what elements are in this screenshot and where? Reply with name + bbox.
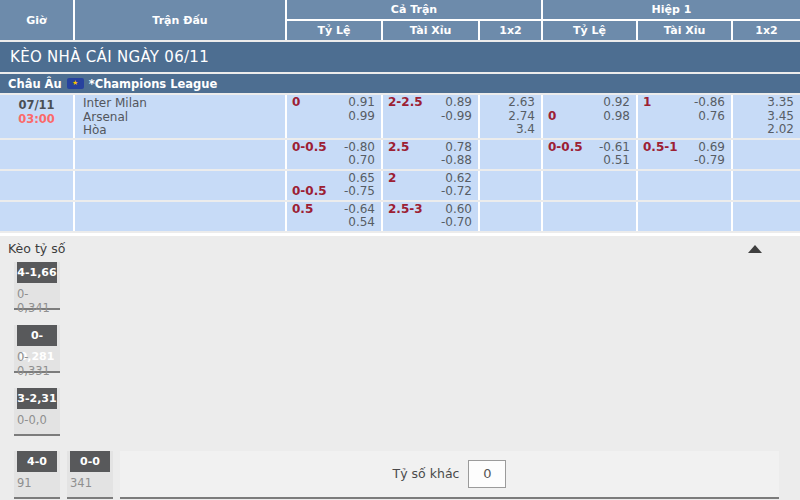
odds-value: -0.80 (344, 141, 375, 155)
odds-value: 0.65 (348, 172, 375, 186)
odds-cell-h1-1x2[interactable] (733, 140, 800, 169)
odds-cell-h1-handicap[interactable]: 0.92 0 0.98 (543, 95, 636, 138)
overunder-label: 1 (643, 96, 651, 110)
col-header-first-half: Hiệp 1 (543, 0, 800, 19)
score-odds-value: 341 (67, 472, 113, 497)
other-score-label: Tỷ số khác (393, 466, 460, 481)
odds-cell-ft-overunder[interactable]: 2 0.62 -0.72 (383, 171, 478, 200)
odds-value: -0.70 (441, 216, 472, 230)
match-kickoff-time: 03:00 (0, 112, 73, 126)
score-odds-value: 0-0,0 (14, 409, 60, 434)
odds-value: 0.54 (348, 216, 375, 230)
odds-value: 0.92 (603, 96, 630, 110)
odds-row: 0-0.5 -0.80 0.70 2.5 0.78 -0.88 (0, 140, 800, 169)
odds-value: 0.60 (445, 203, 472, 217)
handicap-label: 0-0.5 (292, 141, 327, 155)
score-odds-cell[interactable]: 4-1,66 0-0,341 (14, 262, 60, 310)
col-header-match: Trận Đấu (75, 0, 285, 40)
col-header-full-match: Cả Trận (287, 0, 541, 19)
odds-cell-ft-1x2[interactable] (480, 202, 541, 231)
odds-cell-ft-1x2[interactable] (480, 140, 541, 169)
odds-cell-ft-1x2[interactable]: 2.63 2.74 3.4 (480, 95, 541, 138)
score-row: 0-0,281 0-0,331 (14, 325, 800, 373)
match-time-cell: 07/11 03:00 (0, 95, 73, 138)
odds-cell-ft-handicap[interactable]: 0.65 0-0.5 -0.75 (287, 171, 381, 200)
odds-line: -0.72 (383, 185, 478, 199)
odds-value: 3.45 (767, 110, 794, 124)
odds-cell-h1-overunder[interactable]: 1 -0.86 0.76 (638, 95, 731, 138)
team-name: Inter Milan (83, 97, 285, 111)
odds-value: -0.64 (344, 203, 375, 217)
odds-value: -0.79 (694, 154, 725, 168)
odds-cell-h1-1x2[interactable] (733, 171, 800, 200)
odds-value: 0.70 (348, 154, 375, 168)
score-odds-cell[interactable]: 0-0,281 0-0,331 (14, 325, 60, 373)
odds-cell-h1-handicap[interactable] (543, 171, 636, 200)
team-name: Hòa (83, 124, 285, 138)
handicap-label: 0-0.5 (292, 185, 327, 199)
odds-value: 3.4 (516, 123, 535, 137)
overunder-label: 0.5-1 (643, 141, 678, 155)
odds-value: -0.72 (441, 185, 472, 199)
odds-table-body: 07/11 03:00 Inter MilanArsenalHòa 0 0.91… (0, 95, 800, 231)
col-subheader-h1-handicap: Tỷ Lệ (543, 21, 636, 40)
score-odds-cell[interactable]: 4-0 91 (14, 451, 60, 499)
odds-value: 0.62 (445, 172, 472, 186)
odds-line: 0-0.5 -0.80 (287, 141, 381, 155)
correct-score-section: Kèo tỷ số 4-1,66 0-0,341 0-0,281 0-0,331… (0, 233, 800, 499)
odds-value: -0.61 (599, 141, 630, 155)
odds-cell-ft-overunder[interactable]: 2.5-3 0.60 -0.70 (383, 202, 478, 231)
odds-cell-ft-handicap[interactable]: 0 0.91 0.99 (287, 95, 381, 138)
odds-line: 0.99 (287, 110, 381, 124)
odds-cell-ft-1x2[interactable] (480, 171, 541, 200)
odds-line: 0.51 (543, 154, 636, 168)
collapse-arrow-icon[interactable] (748, 245, 762, 253)
odds-cell-h1-1x2[interactable] (733, 202, 800, 231)
odds-cell-ft-handicap[interactable]: 0.5 -0.64 0.54 (287, 202, 381, 231)
col-subheader-ft-handicap: Tỷ Lệ (287, 21, 381, 40)
odds-line: 2.02 (733, 123, 800, 137)
col-subheader-ft-overunder: Tài Xỉu (383, 21, 478, 40)
league-bar[interactable]: Châu Âu ★ *Champions League (0, 74, 800, 93)
odds-cell-h1-handicap[interactable] (543, 202, 636, 231)
odds-line: -0.88 (383, 154, 478, 168)
odds-cell-ft-handicap[interactable]: 0-0.5 -0.80 0.70 (287, 140, 381, 169)
odds-line: 3.45 (733, 110, 800, 124)
date-banner-title: KÈO NHÀ CÁI NGÀY 06/11 (10, 48, 209, 66)
odds-cell-h1-handicap[interactable]: 0-0.5 -0.61 0.51 (543, 140, 636, 169)
score-row: 3-2,31 0-0,0 (14, 388, 800, 436)
overunder-label: 2 (388, 172, 396, 186)
score-label: 0-0 (70, 451, 110, 472)
odds-cell-h1-overunder[interactable] (638, 171, 731, 200)
odds-cell-h1-overunder[interactable]: 0.5-1 0.69 -0.79 (638, 140, 731, 169)
odds-line: 1 -0.86 (638, 96, 731, 110)
odds-value: 0.78 (445, 141, 472, 155)
odds-cell-ft-overunder[interactable]: 2.5 0.78 -0.88 (383, 140, 478, 169)
match-time-cell (0, 202, 73, 231)
score-label: 4-0 (17, 451, 57, 472)
odds-value: 0.98 (603, 110, 630, 124)
match-date: 07/11 (0, 98, 73, 112)
col-header-time: Giờ (0, 0, 73, 40)
betting-odds-page: Giờ Trận Đấu Cả Trận Hiệp 1 Tỷ Lệ Tài Xỉ… (0, 0, 800, 500)
odds-line: 0 0.98 (543, 110, 636, 124)
score-odds-cell[interactable]: 3-2,31 0-0,0 (14, 388, 60, 436)
odds-line: 2.63 (480, 96, 541, 110)
odds-line: 3.35 (733, 96, 800, 110)
score-odds-cell[interactable]: 0-0 341 (67, 451, 113, 499)
odds-value: 0.91 (348, 96, 375, 110)
odds-cell-h1-overunder[interactable] (638, 202, 731, 231)
odds-value: 2.63 (508, 96, 535, 110)
odds-value: -0.86 (694, 96, 725, 110)
score-row: 4-1,66 0-0,341 (14, 262, 800, 310)
odds-row: 07/11 03:00 Inter MilanArsenalHòa 0 0.91… (0, 95, 800, 138)
league-region-label: Châu Âu (8, 77, 62, 91)
match-teams-cell (75, 171, 285, 200)
other-score-input[interactable] (468, 460, 506, 488)
odds-line: 0.5 -0.64 (287, 203, 381, 217)
score-last-row: 4-0 91 0-0 341 Tỷ số khác (14, 451, 800, 499)
odds-cell-h1-1x2[interactable]: 3.35 3.45 2.02 (733, 95, 800, 138)
correct-score-title: Kèo tỷ số (8, 241, 65, 256)
odds-cell-ft-overunder[interactable]: 2-2.5 0.89 -0.99 (383, 95, 478, 138)
odds-value: 2.74 (508, 110, 535, 124)
